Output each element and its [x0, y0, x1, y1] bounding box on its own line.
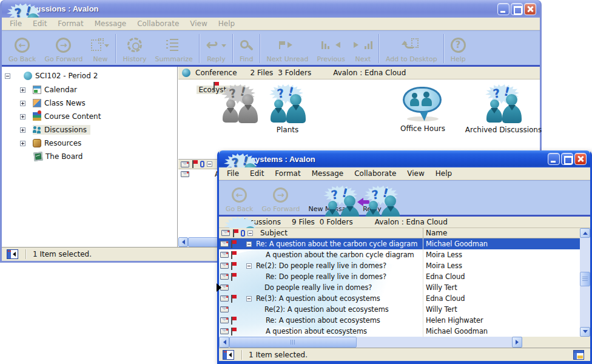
reply-button[interactable]: Reply	[202, 33, 230, 63]
conference-item-office-hours[interactable]: Office Hours	[389, 86, 456, 133]
table-row[interactable]: A question about the carbon cycle diagra…	[219, 249, 580, 260]
toggle-pane-icon[interactable]	[7, 249, 18, 259]
tree-item-resources[interactable]: Resources	[20, 138, 81, 149]
help-button[interactable]: Help	[446, 33, 470, 63]
reply-button[interactable]: Reply	[358, 183, 385, 213]
view-grid-icon[interactable]	[573, 350, 584, 360]
expand-toggle[interactable]	[20, 114, 25, 120]
menu-file[interactable]: File	[221, 168, 244, 179]
collapse-all-toggle[interactable]	[207, 161, 212, 167]
tree-item-label: Calendar	[44, 86, 77, 94]
scrollbar-track[interactable]	[580, 286, 590, 327]
close-button[interactable]	[524, 3, 536, 15]
tree-item-root[interactable]: SCI102 - Period 2	[5, 70, 98, 81]
minimize-button[interactable]	[548, 153, 560, 165]
collapse-all-toggle[interactable]	[247, 231, 253, 236]
scrollbar-thumb[interactable]	[580, 272, 590, 286]
conference-item-archived-discussions[interactable]: Archived Discussions	[461, 84, 546, 134]
menu-view[interactable]: View	[402, 168, 429, 179]
expand-toggle[interactable]	[20, 101, 25, 106]
go-forward-button[interactable]: Go Forward	[257, 183, 304, 213]
menu-message[interactable]: Message	[89, 18, 132, 29]
scroll-down-button[interactable]	[580, 327, 590, 337]
flag-icon	[230, 251, 237, 259]
scroll-up-button[interactable]	[580, 228, 590, 238]
table-row[interactable]: Re(2): A question about ecosystems Willy…	[219, 304, 580, 315]
message-icon	[220, 317, 229, 323]
vertical-scrollbar[interactable]	[580, 228, 590, 337]
table-row[interactable]: A question about ecosystems Michael Good…	[219, 326, 580, 337]
subject-column-label[interactable]: Subject	[260, 229, 288, 237]
menu-format[interactable]: Format	[269, 168, 306, 179]
find-button[interactable]: Find	[235, 33, 258, 63]
row-subject: Do people really live in domes?	[264, 283, 372, 292]
scroll-right-button[interactable]	[512, 337, 522, 348]
name-column-label[interactable]: Name	[426, 229, 447, 237]
row-name: Helen Highwater	[426, 316, 483, 325]
tree-item-discussions[interactable]: Discussions	[20, 124, 90, 135]
conference-item-ecosystems[interactable]: Ecosystems	[187, 84, 254, 94]
new-message-button[interactable]: New Message	[304, 183, 358, 213]
go-back-button[interactable]: Go Back	[221, 183, 257, 213]
menu-help[interactable]: Help	[213, 18, 240, 29]
menu-collaborate[interactable]: Collaborate	[132, 18, 184, 29]
expand-toggle[interactable]	[20, 87, 25, 93]
collapse-toggle[interactable]	[5, 73, 10, 79]
maximize-button[interactable]	[561, 153, 573, 165]
table-row[interactable]: Re: A question about ecosystems Helen Hi…	[219, 315, 580, 326]
scrollbar-track[interactable]	[580, 238, 590, 272]
maximize-button[interactable]	[511, 3, 523, 15]
course-icon	[24, 72, 32, 80]
list-column-header[interactable]: Subject Name	[219, 228, 580, 238]
scroll-left-button[interactable]	[178, 237, 188, 247]
titlebar-ecosystems[interactable]: Ecosystems : Avalon	[219, 150, 590, 167]
table-row[interactable]: Re(2): Do people really live in domes? M…	[219, 260, 580, 271]
menu-collaborate[interactable]: Collaborate	[349, 168, 402, 179]
tree-item-course-content[interactable]: Course Content	[20, 111, 101, 122]
conference-item-plants[interactable]: Plants	[257, 84, 318, 134]
titlebar-discussions[interactable]: Discussions : Avalon	[2, 0, 540, 18]
menu-edit[interactable]: Edit	[244, 168, 269, 179]
next-button[interactable]: Next	[349, 33, 377, 63]
table-row[interactable]: Re(3): A question about ecosystems Edna …	[219, 293, 580, 304]
tree-item-calendar[interactable]: Calendar	[20, 84, 77, 95]
table-row[interactable]: Do people really live in domes? Willy Te…	[219, 282, 580, 293]
minimize-button[interactable]	[497, 3, 510, 15]
column-divider[interactable]	[423, 228, 423, 238]
scroll-left-button[interactable]	[219, 337, 229, 348]
summarize-button[interactable]: Summarize	[151, 33, 197, 63]
table-row[interactable]: Re: A question about the carbon cycle di…	[219, 238, 580, 249]
scrollbar-thumb[interactable]	[229, 337, 357, 348]
previous-button[interactable]: Previous	[312, 33, 349, 63]
chevron-down-icon[interactable]	[221, 44, 226, 50]
message-icon	[221, 230, 230, 236]
collapse-toggle[interactable]	[246, 263, 252, 269]
chevron-down-icon[interactable]	[104, 44, 109, 50]
tree-item-class-news[interactable]: Class News	[20, 98, 86, 109]
next-unread-button[interactable]: Next Unread	[263, 33, 313, 63]
menu-view[interactable]: View	[184, 18, 212, 29]
collapse-toggle[interactable]	[246, 296, 252, 302]
toggle-pane-icon[interactable]	[223, 350, 234, 360]
table-row[interactable]: Re: Do people really live in domes? Edna…	[219, 271, 580, 282]
tree-item-the-board[interactable]: The Board	[20, 151, 82, 162]
new-button[interactable]: New	[87, 33, 113, 63]
close-button[interactable]	[574, 153, 587, 165]
menu-message[interactable]: Message	[306, 168, 349, 179]
scrollbar-track[interactable]	[357, 337, 512, 348]
add-to-desktop-button[interactable]: Add to Desktop	[382, 33, 442, 63]
menu-help[interactable]: Help	[430, 168, 457, 179]
message-icon	[220, 274, 229, 280]
expand-toggle[interactable]	[20, 141, 25, 146]
horizontal-scrollbar[interactable]	[219, 337, 522, 348]
history-button[interactable]: History	[118, 33, 150, 63]
toolbar: Go Back Go Forward New Message Reply	[219, 180, 590, 217]
menu-edit[interactable]: Edit	[27, 18, 52, 29]
menu-file[interactable]: File	[4, 18, 27, 29]
expand-toggle[interactable]	[20, 127, 25, 133]
go-forward-button[interactable]: Go Forward	[40, 33, 87, 63]
menu-format[interactable]: Format	[52, 18, 89, 29]
collapse-toggle[interactable]	[246, 241, 252, 247]
row-subject: A question about the carbon cycle diagra…	[266, 251, 414, 259]
go-back-button[interactable]: Go Back	[4, 33, 40, 63]
